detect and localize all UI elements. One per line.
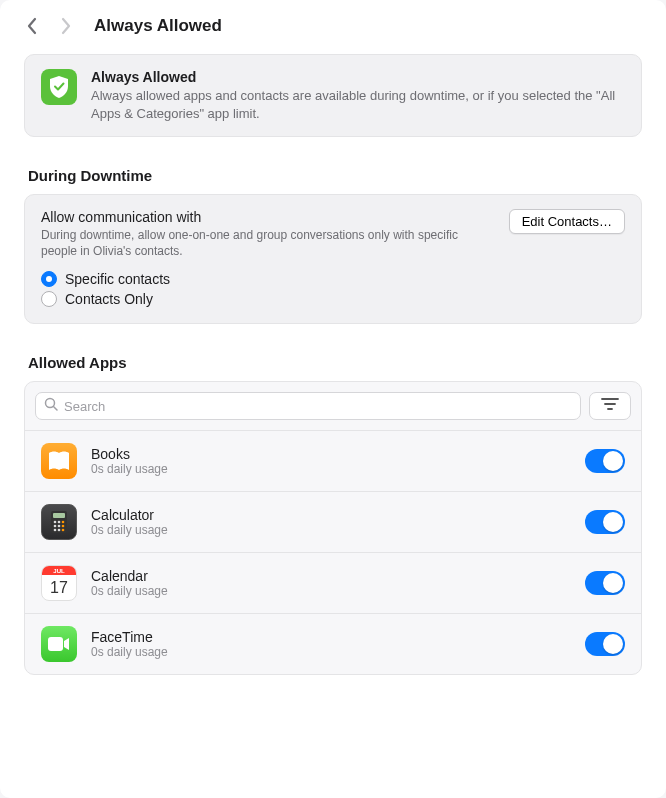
app-row: JUL17Calendar0s daily usage [25,552,641,613]
calculator-app-icon [41,504,77,540]
info-card: Always Allowed Always allowed apps and c… [24,54,642,137]
app-name: Calculator [91,507,571,523]
svg-point-10 [54,525,57,528]
app-name: FaceTime [91,629,571,645]
search-input[interactable] [64,399,572,414]
app-toggle[interactable] [585,571,625,595]
facetime-app-icon [41,626,77,662]
radio-label: Contacts Only [65,291,153,307]
svg-rect-6 [53,513,65,518]
app-row: Calculator0s daily usage [25,491,641,552]
allowed-apps-section-title: Allowed Apps [24,354,642,371]
radio-label: Specific contacts [65,271,170,287]
app-name: Calendar [91,568,571,584]
radio-option[interactable]: Contacts Only [41,289,625,309]
downtime-title: Allow communication with [41,209,497,225]
search-icon [44,397,58,415]
svg-point-12 [62,525,65,528]
info-card-description: Always allowed apps and contacts are ava… [91,87,625,122]
app-row: Books0s daily usage [25,430,641,491]
allowed-apps-card: Books0s daily usageCalculator0s daily us… [24,381,642,675]
app-row: FaceTime0s daily usage [25,613,641,674]
svg-point-13 [54,529,57,532]
radio-icon [41,271,57,287]
radio-option[interactable]: Specific contacts [41,269,625,289]
svg-rect-16 [48,637,63,651]
app-usage: 0s daily usage [91,645,571,659]
filter-icon [601,397,619,415]
search-box[interactable] [35,392,581,420]
edit-contacts-button[interactable]: Edit Contacts… [509,209,625,234]
svg-point-11 [58,525,61,528]
svg-point-15 [62,529,65,532]
app-usage: 0s daily usage [91,584,571,598]
app-usage: 0s daily usage [91,462,571,476]
svg-point-14 [58,529,61,532]
app-usage: 0s daily usage [91,523,571,537]
app-toggle[interactable] [585,510,625,534]
svg-point-7 [54,521,57,524]
downtime-card: Allow communication with During downtime… [24,194,642,324]
books-app-icon [41,443,77,479]
shield-check-icon [41,69,77,105]
app-name: Books [91,446,571,462]
forward-button[interactable] [54,14,78,38]
filter-button[interactable] [589,392,631,420]
downtime-section-title: During Downtime [24,167,642,184]
app-toggle[interactable] [585,449,625,473]
calendar-app-icon: JUL17 [41,565,77,601]
svg-point-8 [58,521,61,524]
radio-icon [41,291,57,307]
downtime-description: During downtime, allow one-on-one and gr… [41,227,497,259]
app-toggle[interactable] [585,632,625,656]
back-button[interactable] [20,14,44,38]
svg-point-9 [62,521,65,524]
info-card-title: Always Allowed [91,69,625,85]
page-title: Always Allowed [94,16,222,36]
svg-line-1 [54,407,58,411]
